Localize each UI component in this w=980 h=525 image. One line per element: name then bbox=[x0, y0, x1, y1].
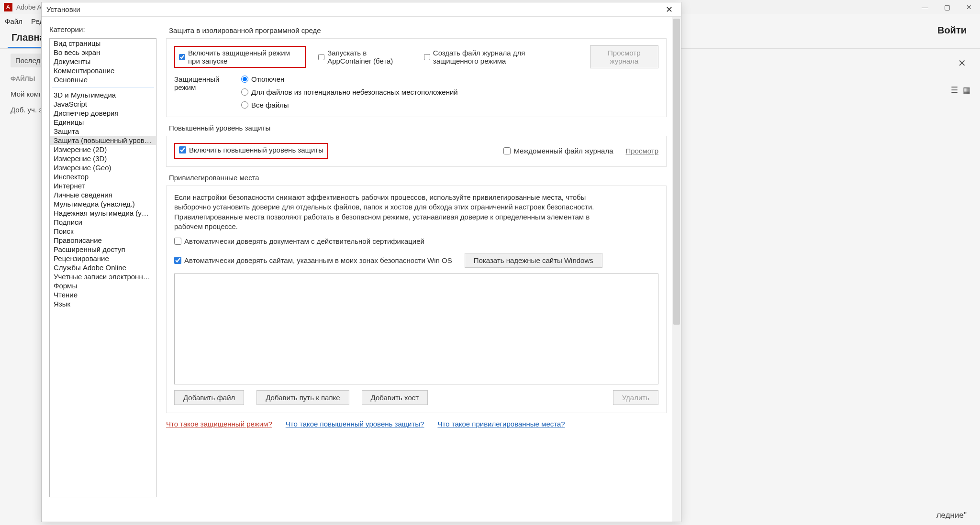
dialog-titlebar: Установки ✕ bbox=[42, 2, 681, 17]
protected-mode-label: Защищенный режим bbox=[174, 75, 241, 109]
view-log-button[interactable]: Просмотр журнала bbox=[590, 45, 658, 68]
category-item[interactable]: Правописание bbox=[50, 236, 156, 245]
dialog-scrollbar[interactable] bbox=[672, 17, 681, 522]
categories-list[interactable]: Вид страницыВо весь экранДокументыКоммен… bbox=[49, 38, 156, 497]
trusted-locations-list[interactable] bbox=[174, 273, 658, 384]
dialog-close-icon[interactable]: ✕ bbox=[662, 4, 676, 15]
privileged-description: Если настройки безопасности снижают эффе… bbox=[174, 193, 605, 231]
window-controls: — ▢ ✕ bbox=[914, 0, 980, 14]
radio-off[interactable]: Отключен bbox=[241, 75, 658, 83]
category-item[interactable]: Измерение (3D) bbox=[50, 154, 156, 163]
section-sandbox-title: Защита в изолированной программной среде bbox=[169, 26, 667, 34]
maximize-button[interactable]: ▢ bbox=[936, 0, 958, 14]
category-item[interactable]: 3D и Мультимедиа bbox=[50, 90, 156, 99]
grid-view-icon[interactable]: ▦ bbox=[963, 85, 970, 95]
category-item[interactable]: Защита (повышенный уровень) bbox=[50, 136, 156, 145]
category-item[interactable]: Надежная мультимедиа (унаслед.) bbox=[50, 208, 156, 218]
category-item[interactable]: Защита bbox=[50, 127, 156, 136]
preferences-dialog: Установки ✕ Категории: Вид страницыВо ве… bbox=[41, 2, 681, 522]
category-item[interactable]: Учетные записи электронной почты bbox=[50, 272, 156, 281]
category-item[interactable]: Во весь экран bbox=[50, 48, 156, 57]
help-enhanced-security[interactable]: Что такое повышенный уровень защиты? bbox=[286, 420, 424, 428]
category-item[interactable]: Измерение (2D) bbox=[50, 145, 156, 154]
checkbox-trust-os-zones[interactable]: Автоматически доверять сайтам, указанным… bbox=[174, 256, 452, 264]
acrobat-logo-icon: A bbox=[4, 3, 12, 11]
section-enhanced-title: Повышенный уровень защиты bbox=[169, 124, 667, 132]
menu-file[interactable]: Файл bbox=[5, 17, 22, 25]
category-item[interactable]: Единицы bbox=[50, 118, 156, 127]
category-item[interactable]: Основные bbox=[50, 75, 156, 84]
checkbox-appcontainer[interactable]: Запускать в AppContainer (бета) bbox=[318, 49, 412, 65]
category-item[interactable]: Инспектор bbox=[50, 172, 156, 181]
section-enhanced: Включить повышенный уровень защиты Междо… bbox=[166, 136, 667, 167]
category-item[interactable]: Поиск bbox=[50, 227, 156, 236]
minimize-button[interactable]: — bbox=[914, 0, 936, 14]
category-item[interactable]: Вид страницы bbox=[50, 39, 156, 48]
show-windows-sites-button[interactable]: Показать надежные сайты Windows bbox=[465, 253, 602, 268]
add-host-button[interactable]: Добавить хост bbox=[362, 390, 428, 405]
highlight-protected-mode: Включить защищенный режим при запуске bbox=[174, 46, 306, 68]
help-links: Что такое защищенный режим? Что такое по… bbox=[166, 420, 667, 428]
category-item[interactable]: Формы bbox=[50, 281, 156, 290]
category-item[interactable]: Комментирование bbox=[50, 66, 156, 75]
category-item[interactable]: Личные сведения bbox=[50, 190, 156, 199]
category-item[interactable]: Документы bbox=[50, 57, 156, 66]
categories-label: Категории: bbox=[49, 25, 156, 33]
section-privileged: Если настройки безопасности снижают эффе… bbox=[166, 186, 667, 413]
login-button[interactable]: Войти bbox=[937, 25, 967, 36]
help-privileged-locations[interactable]: Что такое привилегированные места? bbox=[437, 420, 565, 428]
category-item[interactable]: Измерение (Geo) bbox=[50, 163, 156, 172]
help-protected-mode[interactable]: Что такое защищенный режим? bbox=[166, 420, 272, 428]
truncated-text: ледние" bbox=[936, 511, 967, 520]
checkbox-create-logfile[interactable]: Создать файл журнала для защищенного реж… bbox=[424, 49, 565, 65]
add-folder-button[interactable]: Добавить путь к папке bbox=[256, 390, 349, 405]
category-item[interactable]: Язык bbox=[50, 299, 156, 308]
checkbox-protected-mode[interactable]: Включить защищенный режим при запуске bbox=[179, 49, 301, 65]
dialog-title: Установки bbox=[46, 5, 80, 13]
category-item[interactable]: Службы Adobe Online bbox=[50, 263, 156, 272]
checkbox-crossdomain-log[interactable]: Междоменный файл журнала bbox=[503, 147, 613, 155]
panel-close-icon[interactable]: ✕ bbox=[953, 55, 970, 72]
add-file-button[interactable]: Добавить файл bbox=[174, 390, 244, 405]
category-item[interactable]: Чтение bbox=[50, 290, 156, 299]
close-window-button[interactable]: ✕ bbox=[958, 0, 980, 14]
categories-panel: Категории: Вид страницыВо весь экранДоку… bbox=[42, 17, 161, 522]
section-sandbox: Включить защищенный режим при запуске За… bbox=[166, 38, 667, 117]
highlight-enhanced-security: Включить повышенный уровень защиты bbox=[174, 143, 328, 159]
category-separator bbox=[52, 87, 154, 88]
list-view-icon[interactable]: ☰ bbox=[951, 85, 958, 95]
category-item[interactable]: Подписи bbox=[50, 218, 156, 227]
checkbox-enhanced-security[interactable]: Включить повышенный уровень защиты bbox=[179, 146, 323, 154]
category-item[interactable]: Рецензирование bbox=[50, 254, 156, 263]
category-item[interactable]: JavaScript bbox=[50, 99, 156, 109]
category-item[interactable]: Расширенный доступ bbox=[50, 245, 156, 254]
section-privileged-title: Привилегированные места bbox=[169, 174, 667, 182]
settings-panel: Защита в изолированной программной среде… bbox=[161, 17, 681, 522]
category-item[interactable]: Диспетчер доверия bbox=[50, 109, 156, 118]
radio-unsafe-locations[interactable]: Для файлов из потенциально небезопасных … bbox=[241, 88, 658, 96]
delete-button[interactable]: Удалить bbox=[613, 390, 658, 405]
left-panel: Последни ФАЙЛЫ Мой комп Доб. уч. з bbox=[0, 49, 48, 383]
radio-all-files[interactable]: Все файлы bbox=[241, 101, 658, 109]
view-crossdomain-link[interactable]: Просмотр bbox=[625, 147, 658, 155]
category-item[interactable]: Интернет bbox=[50, 181, 156, 190]
checkbox-trust-certified[interactable]: Автоматически доверять документам с дейс… bbox=[174, 237, 424, 245]
category-item[interactable]: Мультимедиа (унаслед.) bbox=[50, 199, 156, 208]
